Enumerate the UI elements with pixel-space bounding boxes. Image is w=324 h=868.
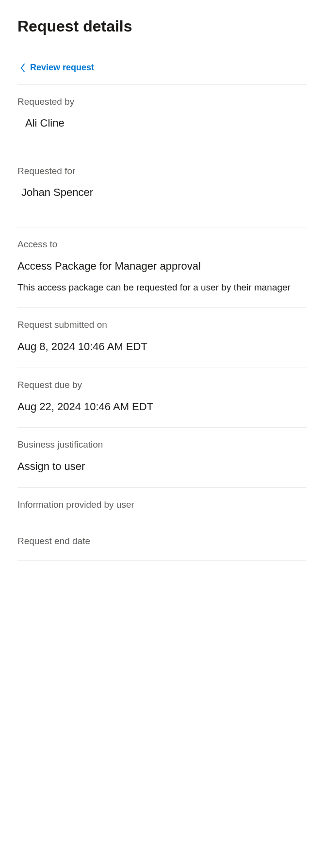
label-requested-for: Requested for [17,166,307,177]
review-request-link[interactable]: Review request [17,63,94,84]
label-justification: Business justification [17,439,307,450]
label-submitted-on: Request submitted on [17,320,307,330]
page-title: Request details [17,17,307,35]
value-submitted-on: Aug 8, 2024 10:46 AM EDT [17,340,307,354]
value-due-by: Aug 22, 2024 10:46 AM EDT [17,400,307,414]
section-requested-by: Requested by Ali Cline [17,84,307,154]
value-justification: Assign to user [17,460,307,474]
label-end-date: Request end date [17,536,307,547]
section-justification: Business justification Assign to user [17,428,307,488]
value-access-to-title: Access Package for Manager approval [17,259,307,273]
section-due-by: Request due by Aug 22, 2024 10:46 AM EDT [17,368,307,428]
label-requested-by: Requested by [17,96,307,107]
section-submitted-on: Request submitted on Aug 8, 2024 10:46 A… [17,308,307,368]
section-access-to: Access to Access Package for Manager app… [17,227,307,308]
section-requested-for: Requested for Johan Spencer [17,154,307,227]
section-info-by-user: Information provided by user [17,488,307,524]
value-requested-by-name: Ali Cline [25,117,307,129]
label-info-by-user: Information provided by user [17,499,307,510]
value-access-to-description: This access package can be requested for… [17,281,307,294]
chevron-left-icon [19,63,26,73]
review-request-label: Review request [30,63,94,73]
label-due-by: Request due by [17,380,307,390]
value-requested-for-name: Johan Spencer [21,186,307,199]
section-end-date: Request end date [17,524,307,561]
label-access-to: Access to [17,239,307,250]
